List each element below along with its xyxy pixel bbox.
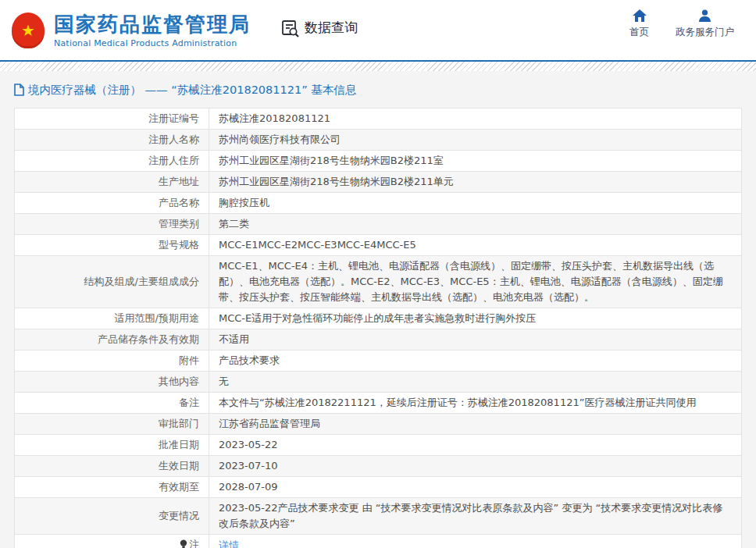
page-title-text: 境内医疗器械（注册） —— “苏械注准20182081121” 基本信息 bbox=[28, 83, 356, 98]
row-value: MCC-E1、MCC-E4：主机、锂电池、电源适配器（含电源线）、固定绷带、按压… bbox=[209, 256, 742, 308]
row-value: 2023-05-22产品技术要求变更 由 “技术要求变更情况对比表原条款及内容”… bbox=[209, 498, 742, 535]
row-label: 型号规格 bbox=[15, 235, 209, 256]
page-content: 境内医疗器械（注册） —— “苏械注准20182081121” 基本信息 注册证… bbox=[0, 71, 756, 548]
detail-link[interactable]: 详情 bbox=[219, 539, 239, 548]
nav-portal-label: 政务服务门户 bbox=[676, 26, 734, 39]
org-brand: 国家药品监督管理局 National Medical Products Admi… bbox=[54, 12, 251, 48]
row-label: 注册人名称 bbox=[15, 130, 209, 151]
table-row: 批准日期2023-05-22 bbox=[15, 435, 742, 456]
table-row: 结构及组成/主要组成成分MCC-E1、MCC-E4：主机、锂电池、电源适配器（含… bbox=[15, 256, 742, 308]
table-row: 审批部门江苏省药品监督管理局 bbox=[15, 414, 742, 435]
row-label: 有效期至 bbox=[15, 477, 209, 498]
row-label: 生效日期 bbox=[15, 456, 209, 477]
table-row: 适用范围/预期用途MCC-E适用于对急性循环功能停止的成年患者实施急救时进行胸外… bbox=[15, 308, 742, 329]
row-label: 批准日期 bbox=[15, 435, 209, 456]
document-icon bbox=[14, 84, 24, 96]
row-label: 注册人住所 bbox=[15, 151, 209, 172]
page-title: 境内医疗器械（注册） —— “苏械注准20182081121” 基本信息 bbox=[14, 80, 756, 99]
row-label: 附件 bbox=[15, 351, 209, 372]
header-nav: 首页 政务服务门户 bbox=[629, 9, 734, 39]
row-value: 无 bbox=[209, 372, 742, 393]
table-row: 变更情况2023-05-22产品技术要求变更 由 “技术要求变更情况对比表原条款… bbox=[15, 498, 742, 535]
row-label: 审批部门 bbox=[15, 414, 209, 435]
row-value: MCC-E适用于对急性循环功能停止的成年患者实施急救时进行胸外按压 bbox=[209, 308, 742, 329]
note-lamp-icon bbox=[180, 538, 187, 548]
row-label: 注 bbox=[15, 535, 209, 548]
table-row: 管理类别第二类 bbox=[15, 214, 742, 235]
table-row: 产品名称胸腔按压机 bbox=[15, 193, 742, 214]
table-row: 其他内容无 bbox=[15, 372, 742, 393]
table-row: 注详情 bbox=[15, 535, 742, 548]
row-value: 苏械注准20182081121 bbox=[209, 109, 742, 130]
table-row: 备注本文件与“苏械注准20182211121，延续后注册证号：苏械注准20182… bbox=[15, 393, 742, 414]
row-value: 详情 bbox=[209, 535, 742, 548]
org-name-en: National Medical Products Administration bbox=[54, 38, 251, 48]
row-value: 第二类 bbox=[209, 214, 742, 235]
row-label: 产品名称 bbox=[15, 193, 209, 214]
row-label: 变更情况 bbox=[15, 498, 209, 535]
row-value: 2028-07-09 bbox=[209, 477, 742, 498]
row-value: 不适用 bbox=[209, 329, 742, 351]
table-row: 注册证编号苏械注准20182081121 bbox=[15, 109, 742, 130]
registration-table: 注册证编号苏械注准20182081121注册人名称苏州尚领医疗科技有限公司注册人… bbox=[14, 108, 742, 548]
hatch-band bbox=[0, 62, 756, 71]
row-value: 本文件与“苏械注准20182211121，延续后注册证号：苏械注准2018208… bbox=[209, 393, 742, 414]
table-row: 附件产品技术要求 bbox=[15, 351, 742, 372]
table-row: 注册人名称苏州尚领医疗科技有限公司 bbox=[15, 130, 742, 151]
data-query-entry[interactable]: 数据查询 bbox=[280, 18, 358, 38]
row-value: 苏州工业园区星湖街218号生物纳米园B2楼211单元 bbox=[209, 172, 742, 193]
national-emblem-logo: ★ bbox=[12, 12, 45, 48]
table-row: 生产地址苏州工业园区星湖街218号生物纳米园B2楼211单元 bbox=[15, 172, 742, 193]
data-query-label: 数据查询 bbox=[305, 19, 358, 37]
row-label: 注册证编号 bbox=[15, 109, 209, 130]
user-icon bbox=[698, 9, 711, 22]
row-label: 生产地址 bbox=[15, 172, 209, 193]
row-value: 产品技术要求 bbox=[209, 351, 742, 372]
table-row: 注册人住所苏州工业园区星湖街218号生物纳米园B2楼211室 bbox=[15, 151, 742, 172]
nav-home-label: 首页 bbox=[629, 26, 649, 39]
nav-portal[interactable]: 政务服务门户 bbox=[676, 9, 734, 39]
row-value: MCC-E1MCC-E2MCC-E3MCC-E4MCC-E5 bbox=[209, 235, 742, 256]
row-value: 苏州尚领医疗科技有限公司 bbox=[209, 130, 742, 151]
org-name-cn: 国家药品监督管理局 bbox=[54, 12, 251, 36]
row-label: 产品储存条件及有效期 bbox=[15, 329, 209, 351]
row-value: 苏州工业园区星湖街218号生物纳米园B2楼211室 bbox=[209, 151, 742, 172]
document-search-icon bbox=[280, 18, 301, 38]
table-row: 生效日期2023-07-10 bbox=[15, 456, 742, 477]
table-row: 型号规格MCC-E1MCC-E2MCC-E3MCC-E4MCC-E5 bbox=[15, 235, 742, 256]
row-value: 2023-05-22 bbox=[209, 435, 742, 456]
emblem-star-icon: ★ bbox=[21, 23, 35, 38]
row-label: 管理类别 bbox=[15, 214, 209, 235]
home-icon bbox=[633, 9, 647, 22]
table-row: 产品储存条件及有效期不适用 bbox=[15, 329, 742, 351]
site-header: ★ 国家药品监督管理局 National Medical Products Ad… bbox=[0, 0, 756, 60]
row-label: 适用范围/预期用途 bbox=[15, 308, 209, 329]
row-value: 江苏省药品监督管理局 bbox=[209, 414, 742, 435]
row-label: 备注 bbox=[15, 393, 209, 414]
row-value: 2023-07-10 bbox=[209, 456, 742, 477]
row-label: 其他内容 bbox=[15, 372, 209, 393]
row-label: 结构及组成/主要组成成分 bbox=[15, 256, 209, 308]
row-value: 胸腔按压机 bbox=[209, 193, 742, 214]
registration-table-body: 注册证编号苏械注准20182081121注册人名称苏州尚领医疗科技有限公司注册人… bbox=[15, 109, 742, 548]
nav-home[interactable]: 首页 bbox=[629, 9, 649, 39]
table-row: 有效期至2028-07-09 bbox=[15, 477, 742, 498]
